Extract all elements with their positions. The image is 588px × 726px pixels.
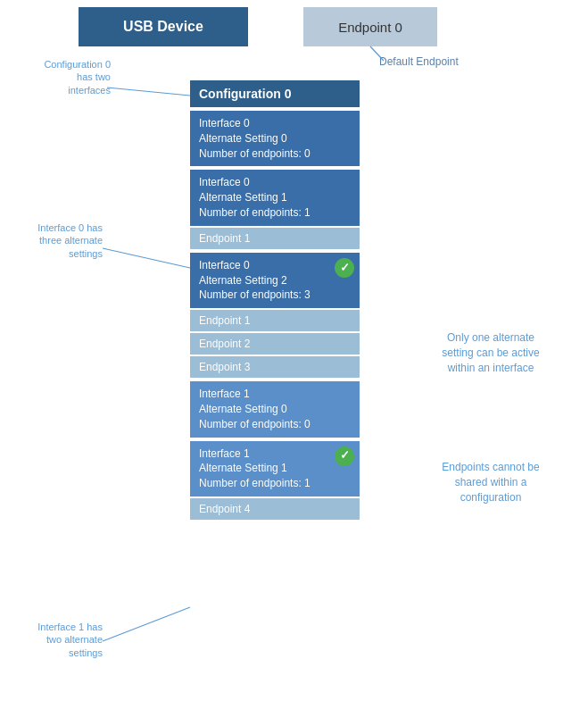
iface-line-3: Number of endpoints: 0 bbox=[199, 417, 351, 432]
iface-block-1-0: Interface 1 Alternate Setting 0 Number o… bbox=[190, 381, 360, 437]
usb-device-box: USB Device bbox=[79, 7, 248, 46]
default-endpoint-label: Default Endpoint bbox=[379, 55, 459, 68]
iface-line-2: Alternate Setting 1 bbox=[199, 461, 351, 476]
annotation-iface0-alternate: Interface 0 hasthree alternatesettings bbox=[0, 221, 103, 260]
iface-line-3: Number of endpoints: 1 bbox=[199, 205, 351, 221]
iface-line-2: Alternate Setting 1 bbox=[199, 190, 351, 205]
endpoint-block-1a: Endpoint 1 bbox=[190, 228, 360, 249]
iface-line-3: Number of endpoints: 0 bbox=[199, 146, 351, 162]
svg-line-0 bbox=[107, 88, 190, 96]
active-check-badge-0: ✓ bbox=[335, 258, 354, 278]
endpoint-block-1b: Endpoint 1 bbox=[190, 310, 360, 331]
annotation-iface1-alternate: Interface 1 hastwo alternatesettings bbox=[0, 621, 103, 659]
iface-line-1: Interface 0 bbox=[199, 175, 351, 190]
iface-line-3: Number of endpoints: 3 bbox=[199, 288, 351, 303]
svg-line-3 bbox=[103, 607, 190, 641]
annotation-only-one-alternate: Only one alternatesetting can be activew… bbox=[415, 330, 567, 375]
svg-line-2 bbox=[103, 248, 190, 268]
iface-line-2: Alternate Setting 0 bbox=[199, 131, 351, 146]
iface-block-0-0: Interface 0 Alternate Setting 0 Number o… bbox=[190, 111, 360, 166]
iface-line-1: Interface 0 bbox=[199, 258, 351, 273]
endpoint0-label: Endpoint 0 bbox=[338, 20, 402, 35]
diagram-column: Configuration 0 Interface 0 Alternate Se… bbox=[190, 80, 360, 520]
iface-line-1: Interface 0 bbox=[199, 116, 351, 131]
endpoint-block-3: Endpoint 3 bbox=[190, 356, 360, 378]
annotation-config-interfaces: Configuration 0has twointerfaces bbox=[4, 58, 111, 96]
iface-line-1: Interface 1 bbox=[199, 387, 351, 402]
endpoint-block-2: Endpoint 2 bbox=[190, 333, 360, 355]
config-header: Configuration 0 bbox=[190, 80, 360, 107]
endpoint-block-4: Endpoint 4 bbox=[190, 498, 360, 520]
active-check-badge-1: ✓ bbox=[335, 446, 354, 466]
iface-block-0-1: Interface 0 Alternate Setting 1 Number o… bbox=[190, 170, 360, 225]
iface-line-2: Alternate Setting 2 bbox=[199, 273, 351, 288]
annotation-endpoints-not-shared: Endpoints cannot beshared within aconfig… bbox=[415, 460, 567, 505]
endpoint0-box: Endpoint 0 bbox=[303, 7, 437, 46]
iface-line-2: Alternate Setting 0 bbox=[199, 402, 351, 417]
iface-line-1: Interface 1 bbox=[199, 446, 351, 462]
iface-block-0-2: Interface 0 Alternate Setting 2 Number o… bbox=[190, 253, 360, 308]
iface-line-3: Number of endpoints: 1 bbox=[199, 476, 351, 491]
usb-device-label: USB Device bbox=[123, 19, 203, 35]
iface-block-1-1: Interface 1 Alternate Setting 1 Number o… bbox=[190, 441, 360, 497]
